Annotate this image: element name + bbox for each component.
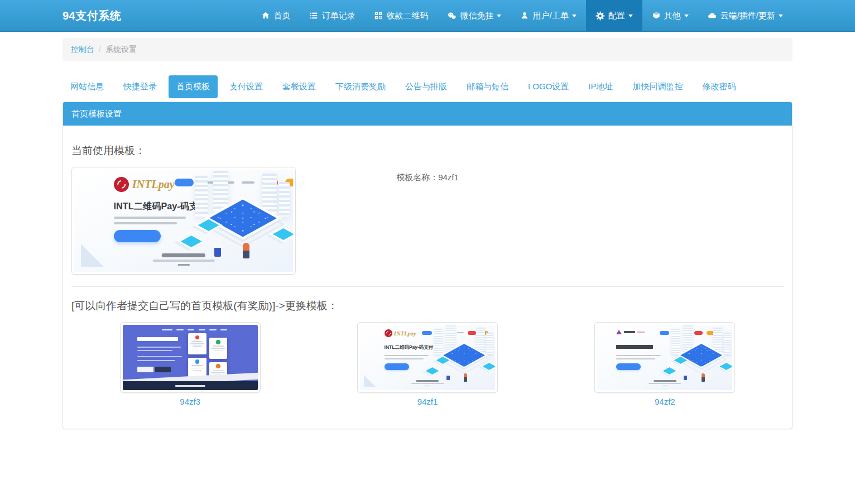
mock-footer — [411, 380, 444, 386]
mock-tower — [195, 176, 208, 217]
mock-text-line — [191, 341, 203, 342]
template-option-94zf1: INTLpay INTL二维码Pay-码支付 — [309, 322, 546, 406]
tab-payment-settings[interactable]: 支付设置 — [222, 75, 271, 98]
mock-text-line — [193, 345, 201, 347]
mock-feature-card — [188, 333, 206, 354]
breadcrumb-home-link[interactable]: 控制台 — [71, 45, 94, 54]
mock-person — [214, 241, 221, 257]
qrcode-icon — [374, 11, 383, 20]
template-preview-current: INTLpay INTL二维码Pay-码支付 — [71, 167, 296, 275]
brand-title[interactable]: 94支付系统 — [63, 0, 121, 31]
nav-item-qrcode[interactable]: 收款二维码 — [364, 0, 438, 31]
mock-tower — [434, 329, 443, 355]
nav-item-label: 微信免挂 — [460, 11, 493, 21]
tab-ip-address[interactable]: IP地址 — [580, 75, 621, 98]
mock-text-line — [616, 358, 655, 359]
tab-logo-settings[interactable]: LOGO设置 — [520, 75, 577, 98]
template-link-94zf3[interactable]: 94zf3 — [180, 397, 200, 406]
mock-mini-platform — [180, 236, 202, 247]
mock-cta-button — [114, 230, 161, 242]
home-icon — [261, 11, 270, 20]
mock-footer-line — [153, 260, 215, 261]
tab-callback-monitor[interactable]: 加快回调监控 — [625, 75, 691, 98]
tab-change-password[interactable]: 修改密码 — [695, 75, 744, 98]
mock-footer-line — [649, 383, 681, 384]
nav-item-users-tickets[interactable]: 用户/工单 — [511, 0, 585, 31]
intl-logo-icon — [385, 329, 392, 337]
mock-person — [464, 373, 467, 382]
mock-text-line — [137, 356, 182, 357]
home-template-panel: 首页模板设置 当前使用模板： INTLpay — [63, 102, 792, 429]
mock-person — [702, 373, 705, 382]
tab-announcement-layout[interactable]: 公告与排版 — [397, 75, 455, 98]
mock-pill — [175, 179, 194, 186]
mock-link — [176, 329, 183, 330]
mock-heading — [137, 337, 178, 341]
zf2-logo-icon — [616, 330, 622, 334]
mock-text-line — [137, 360, 175, 361]
template-link-94zf1[interactable]: 94zf1 — [417, 397, 438, 406]
intl-logo: INTLpay — [114, 177, 175, 192]
mock-footer-line — [178, 264, 190, 266]
mock-text-line — [114, 222, 177, 224]
current-template-heading: 当前使用模板： — [71, 143, 784, 158]
mock-link — [188, 329, 194, 330]
mock-pill — [468, 331, 476, 335]
mock-text-line — [213, 370, 224, 371]
change-template-heading: [可以向作者提交自己写的首页模板(有奖励)]->更换模板： — [71, 299, 784, 313]
template-thumb-94zf1[interactable]: INTLpay INTL二维码Pay-码支付 — [357, 322, 498, 393]
mock-dot — [216, 364, 220, 368]
caret-down-icon — [684, 15, 689, 17]
template-name: 模板名称：94zf1 — [309, 167, 546, 183]
template-thumb-94zf3[interactable] — [120, 322, 261, 393]
tab-referral-reward[interactable]: 下级消费奖励 — [328, 75, 393, 98]
nav-item-orders[interactable]: 订单记录 — [300, 0, 364, 31]
caret-down-icon — [572, 15, 577, 17]
settings-tabs: 网站信息 快捷登录 首页模板 支付设置 套餐设置 下级消费奖励 公告与排版 邮箱… — [63, 75, 792, 98]
panel-body: 当前使用模板： INTLpay INTL二维码Pay-码支付 — [63, 126, 792, 429]
tab-package-settings[interactable]: 套餐设置 — [275, 75, 324, 98]
breadcrumb-separator: / — [99, 45, 101, 54]
mock-pill — [422, 331, 432, 335]
mock-text-line — [191, 365, 203, 366]
intl-logo-text: INTLpay — [394, 330, 416, 337]
mock-person — [446, 372, 450, 381]
nav-item-label: 其他 — [664, 11, 681, 21]
template-thumb-94zf2[interactable] — [594, 322, 735, 393]
nav-item-label: 首页 — [273, 11, 290, 21]
nav-item-config[interactable]: 配置 — [586, 0, 642, 31]
mock-text-line — [137, 350, 172, 351]
tab-home-template[interactable]: 首页模板 — [169, 75, 218, 98]
mock-mini-platform — [663, 367, 676, 375]
mock-footer-line — [175, 385, 205, 387]
template-name-col: 模板名称：94zf1 — [309, 167, 546, 183]
mock-heading: INTL二维码Pay-码支付 — [114, 200, 208, 213]
mock-person — [684, 372, 687, 381]
tab-email-sms[interactable]: 邮箱与短信 — [459, 75, 516, 98]
top-navbar: 94支付系统 首页 订单记录 收款二维码 — [0, 0, 855, 32]
nav-item-label: 订单记录 — [321, 11, 355, 21]
mock-button — [155, 367, 171, 372]
mock-heading: INTL二维码Pay-码支付 — [385, 344, 434, 351]
section-divider — [71, 286, 784, 287]
mock-tower — [724, 333, 731, 355]
mock-text-line — [385, 355, 429, 356]
nav-item-wechat[interactable]: 微信免挂 — [438, 0, 511, 31]
mock-heading — [616, 345, 652, 348]
mock-link — [162, 329, 172, 330]
caret-down-icon — [628, 15, 633, 17]
mock-person — [243, 243, 249, 259]
nav-item-home[interactable]: 首页 — [252, 0, 300, 31]
mock-text-line — [193, 370, 201, 371]
mock-footer-line — [425, 386, 431, 386]
nav-item-other[interactable]: 其他 — [642, 0, 698, 31]
template-link-94zf2[interactable]: 94zf2 — [655, 397, 675, 406]
current-template-row: INTLpay INTL二维码Pay-码支付 — [71, 167, 784, 275]
nav-item-cloud-plugins[interactable]: 云端/插件/更新 — [698, 0, 792, 31]
tab-quick-login[interactable]: 快捷登录 — [116, 75, 165, 98]
template-name-value: 94zf1 — [438, 172, 459, 182]
mock-corner-decoration — [364, 375, 376, 387]
tab-site-info[interactable]: 网站信息 — [63, 75, 112, 98]
nav-item-label: 配置 — [608, 11, 625, 21]
panel-title: 首页模板设置 — [63, 102, 792, 126]
